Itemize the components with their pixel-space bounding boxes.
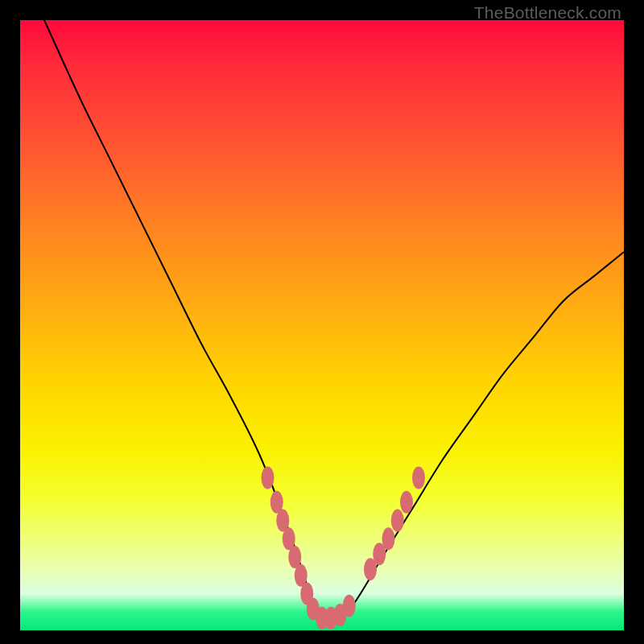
- attribution-text: TheBottleneck.com: [474, 3, 621, 23]
- curve-marker: [400, 491, 413, 514]
- bottleneck-curve-svg: [20, 20, 624, 630]
- curve-marker: [391, 510, 404, 532]
- curve-marker: [382, 527, 395, 550]
- curve-marker: [412, 467, 425, 489]
- curve-marker: [343, 595, 356, 617]
- curve-marker: [262, 467, 275, 489]
- chart-plot-area: [20, 20, 624, 630]
- markers-group: [262, 467, 426, 630]
- bottleneck-curve-path: [44, 20, 624, 621]
